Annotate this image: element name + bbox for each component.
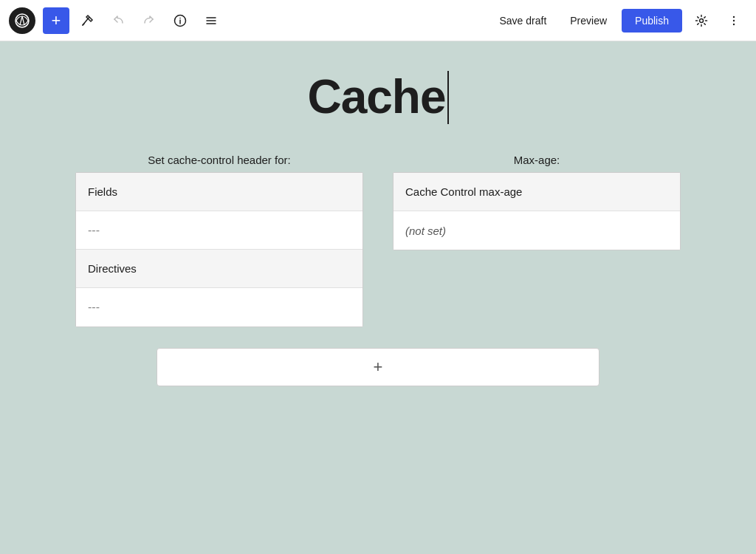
left-table-section: Set cache-control header for: Fields ---… xyxy=(75,154,363,327)
tools-button[interactable] xyxy=(74,7,100,34)
more-options-button[interactable] xyxy=(721,7,747,34)
svg-point-8 xyxy=(733,16,735,17)
topbar-right: Save draft Preview Publish xyxy=(490,7,747,34)
right-table-section: Max-age: Cache Control max-age (not set) xyxy=(393,154,681,327)
save-draft-button[interactable]: Save draft xyxy=(490,10,555,31)
list-view-button[interactable] xyxy=(198,7,224,34)
info-button[interactable] xyxy=(167,7,193,34)
table-row[interactable]: Fields xyxy=(76,173,362,211)
svg-point-9 xyxy=(733,19,735,21)
page-title[interactable]: Cache xyxy=(307,71,445,123)
topbar: + xyxy=(0,0,756,41)
table-row[interactable]: Cache Control max-age xyxy=(394,173,680,211)
table-row[interactable]: Directives xyxy=(76,250,362,288)
preview-button[interactable]: Preview xyxy=(561,10,616,31)
title-area: Cache xyxy=(307,71,448,124)
add-row-button[interactable]: + xyxy=(157,348,599,386)
title-cursor xyxy=(447,71,449,124)
tables-wrapper: Set cache-control header for: Fields ---… xyxy=(75,154,681,327)
svg-point-3 xyxy=(179,17,181,18)
settings-button[interactable] xyxy=(688,7,715,34)
redo-button[interactable] xyxy=(136,7,162,34)
add-block-button[interactable]: + xyxy=(43,7,69,34)
svg-point-10 xyxy=(733,23,735,24)
topbar-left: + xyxy=(9,7,224,34)
left-table-header: Set cache-control header for: xyxy=(75,154,363,166)
right-table-body: Cache Control max-age (not set) xyxy=(393,172,681,250)
table-row[interactable]: (not set) xyxy=(394,211,680,250)
publish-button[interactable]: Publish xyxy=(622,9,682,33)
right-table-header: Max-age: xyxy=(393,154,681,166)
main-content: Cache Set cache-control header for: Fiel… xyxy=(0,41,756,554)
table-row[interactable]: --- xyxy=(76,288,362,326)
wordpress-logo[interactable] xyxy=(9,7,35,34)
table-row[interactable]: --- xyxy=(76,211,362,250)
undo-button[interactable] xyxy=(105,7,131,34)
svg-point-7 xyxy=(700,18,704,22)
left-table-body: Fields --- Directives --- xyxy=(75,172,363,327)
